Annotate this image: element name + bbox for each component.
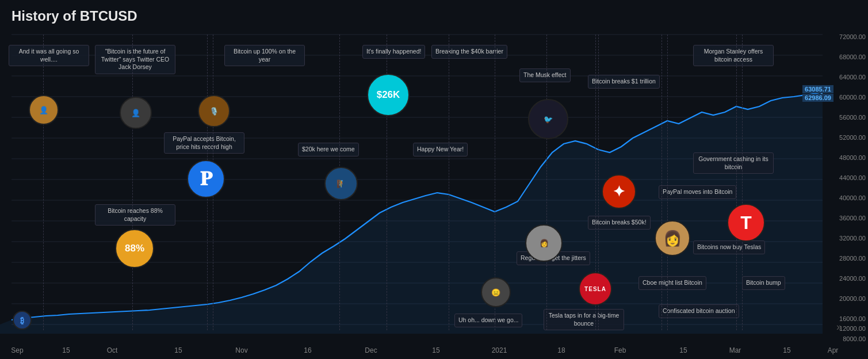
circle-icon-flash: ✦ (602, 174, 636, 209)
y-label-24000: 24000.00 (839, 275, 866, 282)
annotation-5: Bitcoin reaches 88% capacity (95, 204, 175, 226)
y-label-16000: 16000.00 (839, 315, 866, 322)
circle-icon-paypal: 𝐏 (187, 160, 225, 198)
y-label-20000: 20000.00 (839, 295, 866, 302)
annotation-18: Morgan Stanley offers bitcoin access (693, 45, 774, 66)
annotation-22: Confiscated bitcoin auction (659, 304, 739, 318)
x-label-18: 18 (557, 346, 565, 354)
annotation-2: "Bitcoin is the future of Twitter" says … (95, 45, 175, 74)
annotation-7: It's finally happened! (362, 45, 425, 59)
circle-icon-26k: $26K (367, 74, 410, 116)
vline-16 (667, 35, 668, 330)
x-label-apr: Apr (828, 346, 839, 354)
vline-2 (132, 35, 133, 330)
x-label-dec: Dec (365, 346, 377, 354)
y-label-28000: 28000.00 (839, 255, 866, 262)
y-label-44000: 44000.00 (839, 174, 866, 181)
vline-20 (742, 35, 743, 330)
annotation-10: Uh oh... down we go... (454, 314, 522, 327)
annotation-17: Cboe might list Bitcoin (638, 276, 706, 290)
vline-22 (661, 35, 662, 330)
annotation-15: Bitcoin breaks $50k! (588, 216, 651, 230)
annotation-14: Tesla taps in for a big-time bounce (544, 309, 624, 330)
x-label-15-mar: 15 (783, 346, 790, 354)
annotation-9: Happy New Year! (413, 143, 468, 156)
circle-icon-btc: ₿ (13, 311, 32, 330)
circle-icon-tesla-red: T (727, 204, 765, 242)
circle-icon-sad: 😑 (481, 277, 511, 307)
y-label-72000: 72000.00 (839, 33, 866, 40)
circle-icon-1: 👤 (29, 95, 59, 125)
circle-icon-88pct: 88% (115, 229, 154, 268)
annotation-8: Breaking the $40k barrier (431, 45, 507, 59)
y-label-56000: 56000.00 (839, 114, 866, 121)
y-label-32000: 32000.00 (839, 235, 866, 242)
annotation-1: And it was all going so well.... (9, 45, 89, 66)
scroll-right-indicator[interactable]: » (836, 321, 842, 333)
annotation-21: Bitcoin bump (742, 276, 785, 290)
annotation-4: PayPal accepts Bitcoin, price hits recor… (164, 132, 244, 154)
annotation-11: The Musk effect (519, 68, 571, 82)
vline-11 (546, 35, 547, 330)
y-label-52000: 52000.00 (839, 134, 866, 141)
circle-icon-6: 🧗 (324, 167, 358, 200)
y-label-48000: 48000.00 (839, 154, 866, 161)
x-label-sep: Sep (11, 346, 23, 354)
vline-18 (736, 35, 737, 330)
x-label-15-feb: 15 (679, 346, 687, 354)
x-label-15-oct: 15 (174, 346, 182, 354)
y-label-40000: 40000.00 (839, 194, 866, 201)
y-label-60000: 60000.00 (839, 94, 866, 101)
x-label-nov: Nov (235, 346, 247, 354)
x-label-feb: Feb (614, 346, 626, 354)
annotation-19: Government cashing in its bitcoin (693, 152, 774, 174)
x-label-16: 16 (304, 346, 311, 354)
circle-icon-woman: 👩 (655, 220, 690, 256)
circle-icon-twitter: 🐦 (528, 99, 568, 139)
annotation-20: Bitcoins now buy Teslas (693, 240, 765, 254)
price-badge-low: 62986.09 (802, 94, 833, 102)
circle-icon-yellen: 👩 (525, 224, 563, 262)
price-badge-high: 63085.71 (802, 85, 833, 93)
y-label-64000: 64000.00 (839, 74, 866, 81)
vline-1 (43, 35, 44, 330)
annotation-16: PayPal moves into Bitcoin (659, 185, 736, 199)
circle-icon-3: 🎙️ (198, 95, 230, 127)
x-label-15-dec: 15 (432, 346, 439, 354)
circle-icon-2: 👤 (120, 97, 152, 129)
circle-icon-tesla-dark: TESLA (579, 272, 612, 305)
vline-8 (449, 35, 449, 330)
annotation-6: $20k here we come (298, 143, 359, 156)
y-label-68000: 68000.00 (839, 54, 866, 60)
y-label-36000: 36000.00 (839, 215, 866, 221)
x-label-oct: Oct (107, 346, 118, 354)
y-label-8000: 8000.00 (843, 335, 866, 342)
x-label-2021: 2021 (492, 346, 507, 354)
chart-container: History of BTCUSD 72000.00 68000.00 6400… (0, 0, 868, 359)
annotation-3: Bitcoin up 100% on the year (224, 45, 305, 66)
x-label-mar: Mar (729, 346, 741, 354)
x-label-15-sep: 15 (62, 346, 70, 354)
y-label-12000: 12000.00 (839, 325, 866, 332)
